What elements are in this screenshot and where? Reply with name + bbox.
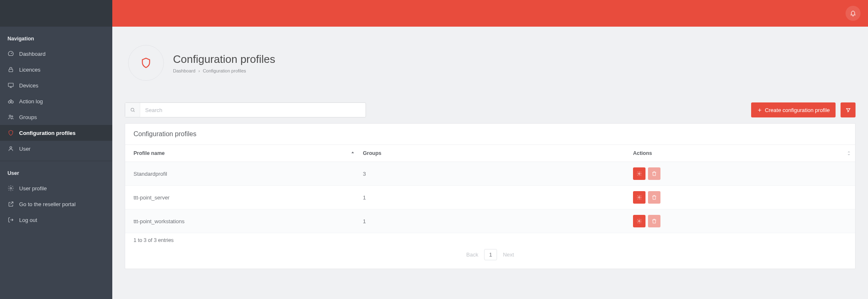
svg-point-7 <box>10 187 12 189</box>
svg-point-9 <box>638 173 640 174</box>
cell-groups: 3 <box>359 162 629 186</box>
sidebar-item-label: Log out <box>19 217 37 223</box>
gear-icon <box>636 171 642 177</box>
cell-groups: 1 <box>359 186 629 209</box>
breadcrumb-dashboard[interactable]: Dashboard <box>173 68 195 73</box>
col-profile-name[interactable]: Profile name <box>125 145 359 162</box>
logout-icon <box>7 217 14 223</box>
pagination-next[interactable]: Next <box>503 252 514 258</box>
breadcrumb: Dashboard › Configuration profiles <box>173 68 275 73</box>
svg-point-6 <box>10 147 12 149</box>
gauge-icon <box>7 50 14 57</box>
sidebar-item-label: Configuration profiles <box>19 130 76 136</box>
shield-icon <box>140 57 152 69</box>
sidebar-item-groups[interactable]: Groups <box>0 109 112 125</box>
sidebar-item-licences[interactable]: Licences <box>0 62 112 77</box>
search-input[interactable] <box>140 103 366 117</box>
sidebar-item-label: Dashboard <box>19 51 46 57</box>
svg-rect-0 <box>9 69 12 72</box>
col-actions[interactable]: Actions <box>629 145 855 162</box>
table-row: Standardprofil 3 <box>125 162 855 186</box>
delete-button <box>648 215 660 227</box>
panel-footer: 1 to 3 of 3 entries Back 1 Next <box>125 233 855 269</box>
page-title: Configuration profiles <box>173 53 275 66</box>
panel-title: Configuration profiles <box>125 124 855 145</box>
sidebar-item-label: User profile <box>19 185 47 192</box>
sidebar-item-label: User <box>19 146 30 152</box>
brand-area <box>0 0 112 27</box>
svg-point-8 <box>131 108 134 111</box>
sidebar-item-label: Groups <box>19 114 37 120</box>
create-profile-button[interactable]: Create configuration profile <box>751 102 836 117</box>
sidebar-item-reseller-portal[interactable]: Go to the reseller portal <box>0 196 112 212</box>
sidebar-item-label: Devices <box>19 82 38 89</box>
sidebar-section-user: User <box>0 161 112 180</box>
delete-button <box>648 167 660 180</box>
svg-point-11 <box>638 220 640 222</box>
toolbar: Create configuration profile <box>112 102 868 117</box>
delete-button <box>648 191 660 204</box>
sidebar-item-action-log[interactable]: Action log <box>0 93 112 109</box>
edit-button[interactable] <box>633 191 645 204</box>
search-icon-box <box>125 103 140 117</box>
binoculars-icon <box>7 98 14 105</box>
sort-asc-icon <box>351 151 355 156</box>
search-box <box>125 102 366 117</box>
edit-button[interactable] <box>633 167 645 180</box>
main: Configuration profiles Dashboard › Confi… <box>112 0 868 299</box>
users-icon <box>7 114 14 120</box>
bell-icon <box>850 10 856 17</box>
create-profile-label: Create configuration profile <box>765 107 830 113</box>
monitor-icon <box>7 82 14 89</box>
sidebar-item-user-profile[interactable]: User profile <box>0 180 112 196</box>
gear-icon <box>636 218 642 224</box>
entries-text: 1 to 3 of 3 entries <box>134 237 847 243</box>
svg-point-10 <box>638 197 640 198</box>
filter-icon <box>846 107 851 113</box>
sidebar-item-label: Action log <box>19 98 43 105</box>
trash-icon <box>651 218 657 224</box>
pagination-page[interactable]: 1 <box>484 249 497 260</box>
col-groups[interactable]: Groups <box>359 145 629 162</box>
pagination-back[interactable]: Back <box>466 252 478 258</box>
cell-profile-name: ttt-point_server <box>125 186 359 209</box>
search-icon <box>130 107 136 113</box>
sidebar-item-user[interactable]: User <box>0 141 112 157</box>
svg-point-5 <box>12 116 13 117</box>
gear-icon <box>7 185 14 192</box>
edit-button[interactable] <box>633 215 645 227</box>
page-icon <box>128 45 164 81</box>
plus-icon <box>757 107 762 113</box>
breadcrumb-current: Configuration profiles <box>203 68 246 73</box>
svg-rect-1 <box>8 83 13 87</box>
svg-point-4 <box>9 115 11 117</box>
sidebar-section-navigation: Navigation <box>0 27 112 46</box>
trash-icon <box>651 194 657 200</box>
sidebar-item-logout[interactable]: Log out <box>0 212 112 228</box>
user-icon <box>7 145 14 152</box>
cell-profile-name: Standardprofil <box>125 162 359 186</box>
notifications-button[interactable] <box>846 6 861 21</box>
sidebar-item-dashboard[interactable]: Dashboard <box>0 46 112 62</box>
external-icon <box>7 201 14 207</box>
cell-profile-name: ttt-point_workstations <box>125 209 359 233</box>
table-row: ttt-point_server 1 <box>125 186 855 209</box>
table-row: ttt-point_workstations 1 <box>125 209 855 233</box>
profiles-table: Profile name Groups Actions <box>125 145 855 233</box>
sort-both-icon <box>847 151 851 156</box>
lock-icon <box>7 66 14 73</box>
profiles-panel: Configuration profiles Profile name Grou… <box>125 123 856 269</box>
sidebar-item-devices[interactable]: Devices <box>0 77 112 93</box>
sidebar-item-label: Go to the reseller portal <box>19 201 76 207</box>
sidebar-item-label: Licences <box>19 67 40 73</box>
sidebar-item-configuration-profiles[interactable]: Configuration profiles <box>0 125 112 141</box>
pagination: Back 1 Next <box>134 249 847 260</box>
trash-icon <box>651 171 657 177</box>
page-header: Configuration profiles Dashboard › Confi… <box>112 27 868 102</box>
gear-icon <box>636 194 642 200</box>
filter-button[interactable] <box>841 102 856 117</box>
cell-groups: 1 <box>359 209 629 233</box>
breadcrumb-separator: › <box>198 68 200 73</box>
svg-point-3 <box>11 101 13 103</box>
svg-point-2 <box>8 101 10 103</box>
